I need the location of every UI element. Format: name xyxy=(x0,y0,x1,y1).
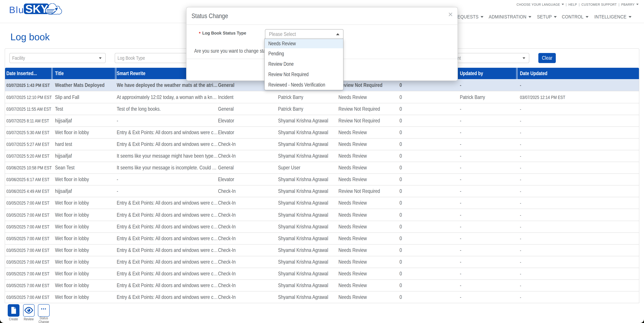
svg-text:Blu: Blu xyxy=(9,4,24,15)
svg-text:SKY: SKY xyxy=(25,3,48,15)
